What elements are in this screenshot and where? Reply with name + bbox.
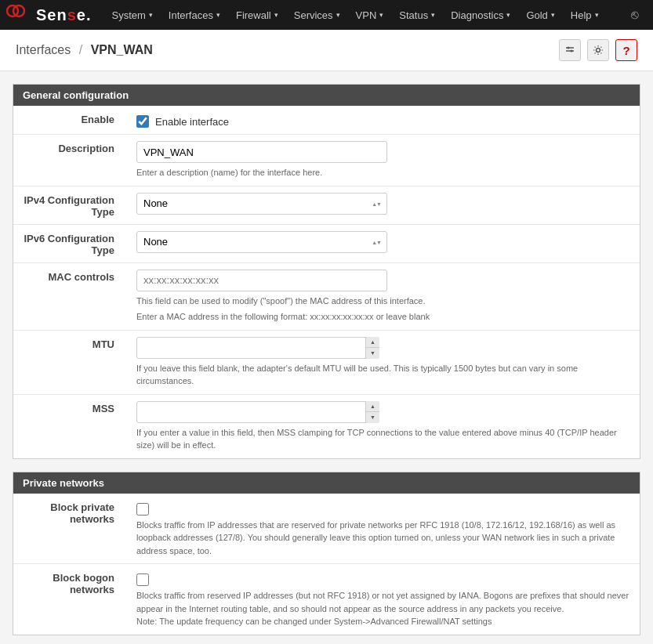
general-config-section: General configuration Enable Enable inte… — [13, 84, 640, 459]
breadcrumb-separator: / — [79, 43, 82, 56]
nav-right: ⎋ — [623, 0, 647, 30]
ipv4-config-row: IPv4 Configuration Type None Static IPv4… — [13, 186, 640, 224]
nav-item-interfaces[interactable]: Interfaces ▾ — [161, 0, 228, 30]
chevron-down-icon: ▾ — [506, 11, 510, 19]
block-bogon-checkbox-row — [136, 570, 630, 586]
description-row: Description Enter a description (name) f… — [13, 135, 640, 186]
private-networks-table: Block private networks Blocks traffic fr… — [13, 494, 640, 635]
enable-label: Enable — [13, 106, 127, 135]
mac-field-cell: This field can be used to modify ("spoof… — [127, 262, 640, 330]
breadcrumb: Interfaces / VPN_WAN — [16, 43, 153, 57]
block-private-label: Block private networks — [13, 494, 127, 564]
mtu-field-cell: ▲ ▼ If you leave this field blank, the a… — [127, 330, 640, 394]
logo-icon — [6, 4, 33, 26]
mtu-row: MTU ▲ ▼ If you leave this field blank, t… — [13, 330, 640, 394]
nav-item-vpn[interactable]: VPN ▾ — [348, 0, 392, 30]
chevron-down-icon: ▾ — [431, 11, 435, 19]
page-header: Interfaces / VPN_WAN ? — [0, 30, 653, 71]
mac-label: MAC controls — [13, 262, 127, 330]
mac-help1: This field can be used to modify ("spoof… — [136, 295, 630, 308]
chevron-down-icon: ▾ — [551, 11, 555, 19]
description-help: Enter a description (name) for the inter… — [136, 166, 630, 179]
chevron-down-icon: ▾ — [149, 11, 153, 19]
enable-checkbox-label: Enable interface — [155, 116, 229, 128]
nav-item-diagnostics[interactable]: Diagnostics ▾ — [443, 0, 518, 30]
nav-logout-icon[interactable]: ⎋ — [623, 0, 647, 30]
enable-checkbox[interactable] — [136, 115, 149, 128]
nav-item-gold[interactable]: Gold ▾ — [518, 0, 562, 30]
mac-row: MAC controls This field can be used to m… — [13, 262, 640, 330]
mac-help2: Enter a MAC address in the following for… — [136, 310, 630, 324]
block-private-row: Block private networks Blocks traffic fr… — [13, 494, 640, 564]
ipv6-config-label: IPv6 Configuration Type — [13, 224, 127, 262]
description-input[interactable] — [136, 141, 387, 163]
mtu-spinbox-buttons: ▲ ▼ — [365, 337, 379, 359]
navbar: Sense. System ▾ Interfaces ▾ Firewall ▾ … — [0, 0, 653, 30]
mss-increment-button[interactable]: ▲ — [365, 401, 379, 413]
mss-row: MSS ▲ ▼ If you enter a value in this fie… — [13, 394, 640, 458]
breadcrumb-parent[interactable]: Interfaces — [16, 43, 71, 56]
mss-help: If you enter a value in this field, then… — [136, 426, 630, 452]
enable-row: Enable Enable interface — [13, 106, 640, 135]
main-content: General configuration Enable Enable inte… — [0, 71, 653, 644]
chevron-down-icon: ▾ — [274, 11, 278, 19]
nav-item-firewall[interactable]: Firewall ▾ — [228, 0, 286, 30]
mtu-spinbox: ▲ ▼ — [136, 337, 379, 359]
ipv6-config-select[interactable]: None Static IPv6 DHCP6 SLAAC 6rd 6to4 Tr… — [136, 231, 387, 253]
block-bogon-field-cell: Blocks traffic from reserved IP addresse… — [127, 564, 640, 635]
svg-point-5 — [571, 50, 573, 52]
brand-name: Sense. — [36, 6, 92, 24]
help-icon[interactable]: ? — [615, 39, 637, 61]
description-label: Description — [13, 135, 127, 186]
block-bogon-row: Block bogon networks Blocks traffic from… — [13, 564, 640, 635]
gear-icon[interactable] — [587, 39, 609, 61]
private-networks-section: Private networks Block private networks … — [13, 472, 640, 635]
nav-items: System ▾ Interfaces ▾ Firewall ▾ Service… — [104, 0, 607, 30]
block-bogon-help: Blocks traffic from reserved IP addresse… — [136, 589, 630, 628]
mss-spinbox: ▲ ▼ — [136, 401, 379, 423]
general-config-table: Enable Enable interface Description Ente… — [13, 106, 640, 458]
enable-field-cell: Enable interface — [127, 106, 640, 135]
ipv4-config-select[interactable]: None Static IPv4 DHCP PPPoE PPP PPTP L2T… — [136, 193, 387, 215]
chevron-down-icon: ▾ — [336, 11, 340, 19]
ipv4-select-wrapper: None Static IPv4 DHCP PPPoE PPP PPTP L2T… — [136, 193, 387, 215]
block-bogon-label: Block bogon networks — [13, 564, 127, 635]
mss-field-cell: ▲ ▼ If you enter a value in this field, … — [127, 394, 640, 458]
private-networks-header: Private networks — [13, 472, 640, 494]
brand[interactable]: Sense. — [6, 4, 92, 26]
mtu-help: If you leave this field blank, the adapt… — [136, 362, 630, 388]
nav-item-services[interactable]: Services ▾ — [286, 0, 348, 30]
ipv6-config-field-cell: None Static IPv6 DHCP6 SLAAC 6rd 6to4 Tr… — [127, 224, 640, 262]
nav-item-status[interactable]: Status ▾ — [391, 0, 443, 30]
block-bogon-checkbox[interactable] — [136, 573, 149, 586]
header-icons: ? — [559, 39, 637, 61]
description-field-cell: Enter a description (name) for the inter… — [127, 135, 640, 186]
chevron-down-icon: ▾ — [595, 11, 599, 19]
breadcrumb-current: VPN_WAN — [91, 43, 153, 56]
ipv4-config-label: IPv4 Configuration Type — [13, 186, 127, 224]
mtu-label: MTU — [13, 330, 127, 394]
mtu-input[interactable] — [136, 337, 379, 359]
enable-checkbox-row: Enable interface — [136, 112, 630, 128]
sliders-icon[interactable] — [559, 39, 581, 61]
block-private-checkbox-row — [136, 500, 630, 516]
block-private-field-cell: Blocks traffic from IP addresses that ar… — [127, 494, 640, 564]
nav-item-system[interactable]: System ▾ — [104, 0, 161, 30]
block-private-checkbox[interactable] — [136, 503, 149, 516]
mtu-increment-button[interactable]: ▲ — [365, 337, 379, 349]
chevron-down-icon: ▾ — [216, 11, 220, 19]
mac-input[interactable] — [136, 270, 387, 291]
svg-point-6 — [597, 49, 600, 52]
mss-label: MSS — [13, 394, 127, 458]
nav-item-help[interactable]: Help ▾ — [563, 0, 607, 30]
mss-decrement-button[interactable]: ▼ — [365, 412, 379, 423]
general-config-header: General configuration — [13, 85, 640, 106]
chevron-down-icon: ▾ — [379, 11, 383, 19]
svg-point-4 — [568, 47, 570, 49]
mtu-decrement-button[interactable]: ▼ — [365, 348, 379, 359]
block-private-help: Blocks traffic from IP addresses that ar… — [136, 519, 630, 558]
ipv6-select-wrapper: None Static IPv6 DHCP6 SLAAC 6rd 6to4 Tr… — [136, 231, 387, 253]
mss-spinbox-buttons: ▲ ▼ — [365, 401, 379, 423]
mss-input[interactable] — [136, 401, 379, 423]
ipv4-config-field-cell: None Static IPv4 DHCP PPPoE PPP PPTP L2T… — [127, 186, 640, 224]
